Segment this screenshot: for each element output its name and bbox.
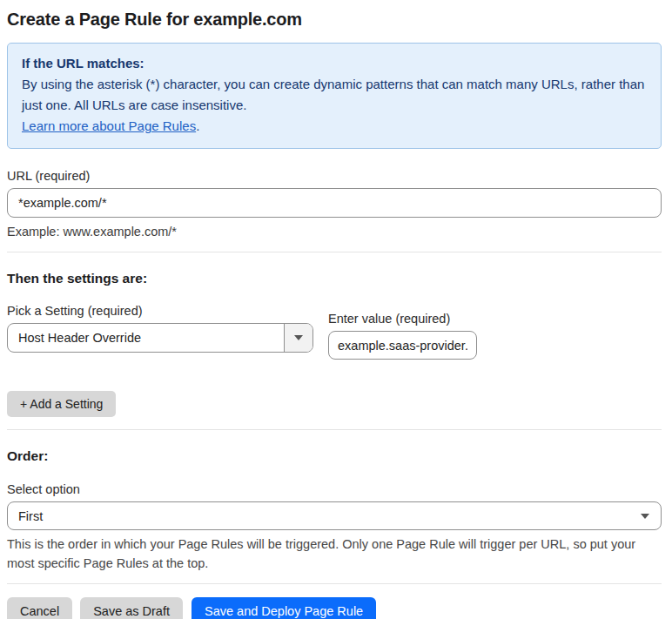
- pick-setting-select[interactable]: Host Header Override: [7, 323, 313, 353]
- order-select-label: Select option: [7, 481, 662, 497]
- pick-setting-dropdown-button[interactable]: [284, 324, 312, 352]
- settings-row: Pick a Setting (required) Host Header Ov…: [7, 303, 662, 360]
- info-box-link-line: Learn more about Page Rules.: [22, 116, 647, 137]
- add-setting-button[interactable]: + Add a Setting: [7, 391, 116, 417]
- order-dropdown-arrow: [641, 514, 661, 519]
- order-heading: Order:: [7, 447, 662, 465]
- learn-more-page-rules-link[interactable]: Learn more about Page Rules: [22, 118, 196, 133]
- enter-value-label: Enter value (required): [328, 311, 477, 326]
- pick-setting-selected-value: Host Header Override: [8, 331, 284, 345]
- order-select[interactable]: First: [7, 501, 662, 530]
- link-suffix: .: [196, 118, 199, 133]
- order-selected-value: First: [8, 509, 641, 523]
- pick-setting-column: Pick a Setting (required) Host Header Ov…: [7, 303, 313, 353]
- section-divider: [7, 252, 662, 252]
- pick-setting-label: Pick a Setting (required): [7, 303, 313, 319]
- create-page-rule-form: Create a Page Rule for example.com If th…: [0, 0, 672, 619]
- cancel-button[interactable]: Cancel: [7, 597, 72, 619]
- page-title: Create a Page Rule for example.com: [7, 9, 662, 30]
- enter-value-column: Enter value (required): [328, 303, 477, 360]
- setting-value-input[interactable]: [328, 331, 477, 360]
- info-box-heading: If the URL matches:: [22, 53, 647, 74]
- order-help-text: This is the order in which your Page Rul…: [7, 535, 658, 573]
- info-box-body: By using the asterisk (*) character, you…: [22, 74, 647, 116]
- save-draft-button[interactable]: Save as Draft: [80, 597, 183, 619]
- url-input[interactable]: [7, 188, 662, 218]
- section-divider: [7, 583, 662, 584]
- save-deploy-button[interactable]: Save and Deploy Page Rule: [192, 597, 376, 619]
- settings-heading: Then the settings are:: [7, 270, 662, 287]
- section-divider: [7, 429, 662, 430]
- chevron-down-icon: [641, 514, 649, 519]
- url-example-note: Example: www.example.com/*: [7, 224, 662, 239]
- footer-buttons: Cancel Save as Draft Save and Deploy Pag…: [7, 597, 662, 619]
- chevron-down-icon: [294, 335, 303, 340]
- info-box: If the URL matches: By using the asteris…: [7, 43, 662, 149]
- url-label: URL (required): [7, 168, 662, 184]
